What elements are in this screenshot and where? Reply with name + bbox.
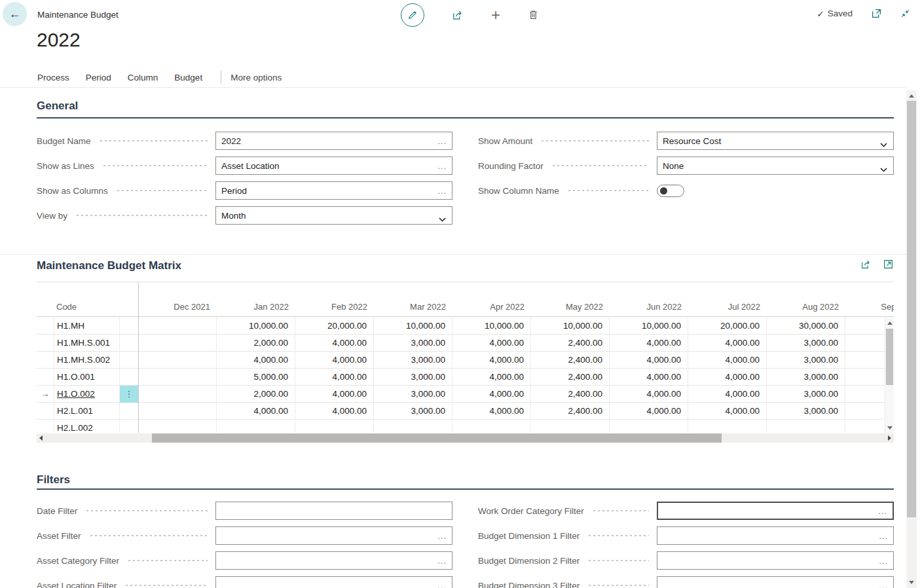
scroll-up-arrow[interactable]: [887, 322, 893, 325]
value-cell[interactable]: 3,000.00: [767, 369, 845, 386]
back-button[interactable]: ←: [3, 2, 27, 26]
value-cell[interactable]: [767, 420, 845, 433]
value-cell[interactable]: 3,000.00: [767, 335, 845, 352]
menu-item-budget[interactable]: Budget: [174, 73, 202, 83]
value-cell[interactable]: 20,000.00: [295, 318, 374, 335]
value-cell[interactable]: 4,000.00: [295, 352, 374, 369]
row-menu-cell[interactable]: [120, 369, 139, 386]
value-cell[interactable]: 4,000.00: [452, 352, 531, 369]
row-menu-cell[interactable]: [120, 352, 139, 369]
code-cell[interactable]: H1.O.001: [54, 369, 120, 386]
matrix-share-button[interactable]: [860, 259, 872, 270]
budget-dimension-2-filter-field[interactable]: ...: [657, 551, 894, 570]
assist-edit-button[interactable]: ...: [437, 136, 447, 146]
asset-filter-field[interactable]: ...: [215, 526, 452, 545]
scrollbar-thumb[interactable]: [907, 101, 916, 517]
show-amount-select[interactable]: Resource Cost: [657, 132, 894, 150]
value-cell[interactable]: [610, 420, 688, 433]
menu-item-period[interactable]: Period: [86, 73, 111, 83]
value-cell[interactable]: 10,000.00: [374, 318, 452, 335]
value-cell[interactable]: 4,000.00: [688, 335, 767, 352]
value-cell[interactable]: [139, 420, 217, 433]
value-cell[interactable]: 4,000.00: [452, 335, 531, 352]
rounding-factor-select[interactable]: None: [657, 156, 894, 175]
row-menu-cell[interactable]: [120, 420, 139, 433]
value-cell[interactable]: [139, 403, 217, 420]
value-cell[interactable]: 10,000.00: [531, 318, 610, 335]
value-cell[interactable]: 4,000.00: [688, 386, 767, 403]
row-menu-cell[interactable]: [120, 335, 139, 352]
value-cell[interactable]: 4,000.00: [295, 335, 374, 352]
assist-edit-button[interactable]: ...: [879, 556, 888, 566]
value-cell[interactable]: 3,000.00: [374, 369, 452, 386]
menu-item-column[interactable]: Column: [128, 73, 158, 83]
value-cell[interactable]: 4,000.00: [452, 386, 531, 403]
value-cell[interactable]: 4,000.00: [217, 352, 295, 369]
value-cell[interactable]: 4,000.00: [217, 403, 295, 420]
budget-dimension-3-filter-field[interactable]: ...: [657, 576, 894, 588]
scroll-down-arrow[interactable]: [887, 426, 893, 430]
value-cell[interactable]: [139, 386, 217, 403]
row-menu-cell[interactable]: ⋮: [120, 386, 139, 403]
matrix-vertical-scrollbar[interactable]: [885, 318, 894, 433]
value-cell[interactable]: 4,000.00: [610, 369, 688, 386]
value-cell[interactable]: [139, 369, 217, 386]
date-filter-field[interactable]: [215, 502, 452, 520]
delete-button[interactable]: [528, 9, 539, 20]
value-cell[interactable]: [452, 420, 531, 433]
value-cell[interactable]: 10,000.00: [610, 318, 688, 335]
value-cell[interactable]: 4,000.00: [688, 369, 767, 386]
row-selector-cell[interactable]: [37, 369, 54, 386]
row-selector-cell[interactable]: →: [37, 386, 54, 403]
value-cell[interactable]: [139, 318, 217, 335]
value-cell[interactable]: 4,000.00: [610, 403, 688, 420]
value-cell[interactable]: 2,400.00: [531, 335, 610, 352]
value-cell[interactable]: 2,400.00: [531, 403, 610, 420]
value-cell[interactable]: 2,000.00: [217, 335, 295, 352]
menu-item-process[interactable]: Process: [37, 73, 69, 83]
value-cell[interactable]: 10,000.00: [217, 318, 295, 335]
scroll-up-arrow[interactable]: [909, 94, 914, 98]
value-cell[interactable]: 4,000.00: [610, 386, 688, 403]
scroll-left-arrow[interactable]: [39, 435, 43, 441]
code-cell[interactable]: H1.O.002: [54, 386, 120, 403]
row-selector-cell[interactable]: [37, 403, 54, 420]
value-cell[interactable]: 2,400.00: [531, 386, 610, 403]
value-cell[interactable]: [139, 335, 217, 352]
value-cell[interactable]: 4,000.00: [610, 352, 688, 369]
value-cell[interactable]: 2,000.00: [217, 386, 295, 403]
show-column-name-toggle[interactable]: [657, 185, 684, 197]
value-cell[interactable]: [217, 420, 295, 433]
value-cell[interactable]: 4,000.00: [610, 335, 688, 352]
view-by-select[interactable]: Month: [215, 206, 452, 225]
value-cell[interactable]: 3,000.00: [767, 386, 845, 403]
row-selector-cell[interactable]: [37, 335, 54, 352]
value-cell[interactable]: 10,000.00: [452, 318, 531, 335]
row-menu-cell[interactable]: [120, 318, 139, 335]
value-cell[interactable]: 4,000.00: [295, 386, 374, 403]
assist-edit-button[interactable]: ...: [879, 581, 888, 588]
new-button[interactable]: +: [491, 9, 500, 22]
code-cell[interactable]: H1.MH.S.002: [54, 352, 120, 369]
budget-name-field[interactable]: 2022...: [215, 132, 452, 150]
scrollbar-thumb[interactable]: [152, 433, 722, 443]
value-cell[interactable]: 4,000.00: [452, 403, 531, 420]
value-cell[interactable]: 4,000.00: [688, 352, 767, 369]
edit-button[interactable]: [401, 3, 424, 27]
value-cell[interactable]: [295, 420, 374, 433]
value-cell[interactable]: 3,000.00: [374, 403, 452, 420]
value-cell[interactable]: [139, 352, 217, 369]
code-cell[interactable]: H1.MH: [54, 318, 120, 335]
value-cell[interactable]: 30,000.00: [767, 318, 845, 335]
assist-edit-button[interactable]: ...: [437, 186, 447, 196]
code-cell[interactable]: H2.L.001: [54, 403, 120, 420]
scrollbar-thumb[interactable]: [886, 329, 893, 385]
value-cell[interactable]: 3,000.00: [374, 335, 452, 352]
show-as-lines-field[interactable]: Asset Location...: [215, 156, 452, 175]
assist-edit-button[interactable]: ...: [437, 556, 447, 566]
code-cell[interactable]: H2.L.002: [54, 420, 120, 433]
value-cell[interactable]: 3,000.00: [374, 352, 452, 369]
asset-location-filter-field[interactable]: ...: [215, 576, 452, 588]
assist-edit-button[interactable]: ...: [437, 531, 447, 541]
open-in-new-window-button[interactable]: [871, 8, 882, 19]
